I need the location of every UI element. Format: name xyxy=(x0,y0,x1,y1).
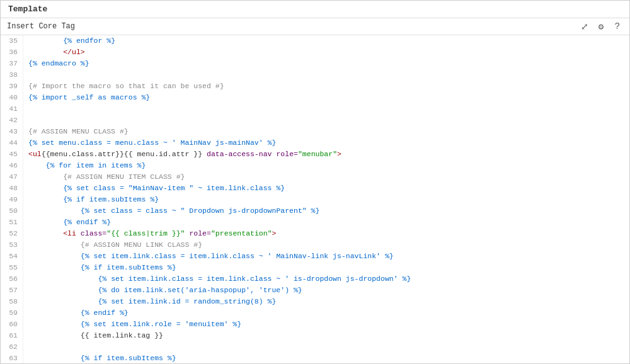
expand-icon[interactable]: ⤢ xyxy=(579,21,590,32)
line-content: {# ASSIGN MENU CLASS #} xyxy=(23,126,629,137)
line-number: 44 xyxy=(1,137,23,149)
code-line: 37{% endmacro %} xyxy=(1,58,629,69)
line-number: 37 xyxy=(1,58,23,69)
line-content: {% endif %} xyxy=(23,217,629,228)
line-number: 39 xyxy=(1,81,23,92)
line-content: {% set item.link.class = item.link.class… xyxy=(23,273,629,285)
settings-icon[interactable]: ⚙ xyxy=(595,21,607,32)
code-line: 41 xyxy=(1,103,629,115)
line-content: {% endmacro %} xyxy=(23,58,629,69)
code-line: 39{# Import the macro so that it can be … xyxy=(1,81,629,92)
line-content: {% if item.subItems %} xyxy=(23,262,629,273)
line-content: {% if item.subItems %} xyxy=(23,353,629,363)
code-line: 48 {% set class = "MainNav-item " ~ item… xyxy=(1,183,629,194)
line-content: {% set item.link.role = 'menuitem' %} xyxy=(23,319,629,330)
code-line: 63 {% if item.subItems %} xyxy=(1,353,629,363)
line-content: {% endfor %} xyxy=(23,35,629,47)
title-bar: Template xyxy=(1,1,629,18)
toolbar-label: Insert Core Tag xyxy=(7,22,75,31)
line-number: 45 xyxy=(1,149,23,160)
line-number: 54 xyxy=(1,251,23,262)
code-line: 55 {% if item.subItems %} xyxy=(1,262,629,273)
line-number: 51 xyxy=(1,217,23,228)
code-line: 53 {# ASSIGN MENU LINK CLASS #} xyxy=(1,239,629,251)
code-line: 44{% set menu.class = menu.class ~ ' Mai… xyxy=(1,137,629,149)
code-line: 38 xyxy=(1,69,629,81)
code-line: 47 {# ASSIGN MENU ITEM CLASS #} xyxy=(1,171,629,183)
line-content: {# ASSIGN MENU ITEM CLASS #} xyxy=(23,171,629,183)
line-content: <li class="{{ class|trim }}" role="prese… xyxy=(23,228,629,239)
line-content: {% do item.link.set('aria-haspopup', 'tr… xyxy=(23,285,629,296)
main-window: Template Insert Core Tag ⤢ ⚙ ? 35 {% end… xyxy=(0,0,630,364)
line-content: {% set class = class ~ " Dropdown js-dro… xyxy=(23,205,629,217)
line-content: {# ASSIGN MENU LINK CLASS #} xyxy=(23,239,629,251)
line-number: 57 xyxy=(1,285,23,296)
line-content: {% for item in items %} xyxy=(23,160,629,171)
code-line: 51 {% endif %} xyxy=(1,217,629,228)
line-content: {% set menu.class = menu.class ~ ' MainN… xyxy=(23,137,629,149)
line-content xyxy=(23,115,629,126)
code-line: 50 {% set class = class ~ " Dropdown js-… xyxy=(1,205,629,217)
line-number: 56 xyxy=(1,273,23,285)
line-content: {# Import the macro so that it can be us… xyxy=(23,81,629,92)
line-number: 58 xyxy=(1,296,23,307)
code-line: 52 <li class="{{ class|trim }}" role="pr… xyxy=(1,228,629,239)
code-line: 46 {% for item in items %} xyxy=(1,160,629,171)
code-line: 58 {% set item.link.id = random_string(8… xyxy=(1,296,629,307)
line-number: 50 xyxy=(1,205,23,217)
code-line: 56 {% set item.link.class = item.link.cl… xyxy=(1,273,629,285)
code-line: 61 {{ item.link.tag }} xyxy=(1,330,629,341)
line-content: {% set item.link.id = random_string(8) %… xyxy=(23,296,629,307)
window-title: Template xyxy=(8,4,47,14)
line-number: 62 xyxy=(1,341,23,353)
code-line: 57 {% do item.link.set('aria-haspopup', … xyxy=(1,285,629,296)
code-editor[interactable]: 35 {% endfor %}36 </ul>37{% endmacro %}3… xyxy=(1,35,629,363)
code-line: 49 {% if item.subItems %} xyxy=(1,194,629,205)
line-number: 35 xyxy=(1,35,23,47)
line-content: {% if item.subItems %} xyxy=(23,194,629,205)
line-number: 43 xyxy=(1,126,23,137)
line-number: 49 xyxy=(1,194,23,205)
line-content: <ul{{menu.class.attr}}{{ menu.id.attr }}… xyxy=(23,149,629,160)
code-line: 62 xyxy=(1,341,629,353)
line-content xyxy=(23,103,629,115)
code-line: 40{% import _self as macros %} xyxy=(1,92,629,103)
line-content xyxy=(23,341,629,353)
line-number: 42 xyxy=(1,115,23,126)
line-number: 47 xyxy=(1,171,23,183)
line-content xyxy=(23,69,629,81)
line-number: 60 xyxy=(1,319,23,330)
line-number: 59 xyxy=(1,307,23,319)
line-number: 63 xyxy=(1,353,23,363)
line-number: 61 xyxy=(1,330,23,341)
line-content: </ul> xyxy=(23,47,629,58)
code-line: 60 {% set item.link.role = 'menuitem' %} xyxy=(1,319,629,330)
line-number: 36 xyxy=(1,47,23,58)
toolbar: Insert Core Tag ⤢ ⚙ ? xyxy=(1,18,629,35)
code-line: 43{# ASSIGN MENU CLASS #} xyxy=(1,126,629,137)
code-line: 36 </ul> xyxy=(1,47,629,58)
code-line: 42 xyxy=(1,115,629,126)
line-content: {{ item.link.tag }} xyxy=(23,330,629,341)
line-number: 46 xyxy=(1,160,23,171)
help-icon[interactable]: ? xyxy=(612,21,623,32)
line-number: 48 xyxy=(1,183,23,194)
code-line: 54 {% set item.link.class = item.link.cl… xyxy=(1,251,629,262)
line-number: 41 xyxy=(1,103,23,115)
line-number: 55 xyxy=(1,262,23,273)
line-content: {% set class = "MainNav-item " ~ item.li… xyxy=(23,183,629,194)
code-line: 59 {% endif %} xyxy=(1,307,629,319)
line-number: 40 xyxy=(1,92,23,103)
toolbar-actions: ⤢ ⚙ ? xyxy=(579,21,623,32)
line-content: {% set item.link.class = item.link.class… xyxy=(23,251,629,262)
code-line: 45<ul{{menu.class.attr}}{{ menu.id.attr … xyxy=(1,149,629,160)
line-content: {% import _self as macros %} xyxy=(23,92,629,103)
line-content: {% endif %} xyxy=(23,307,629,319)
code-line: 35 {% endfor %} xyxy=(1,35,629,47)
line-number: 53 xyxy=(1,239,23,251)
line-number: 38 xyxy=(1,69,23,81)
line-number: 52 xyxy=(1,228,23,239)
